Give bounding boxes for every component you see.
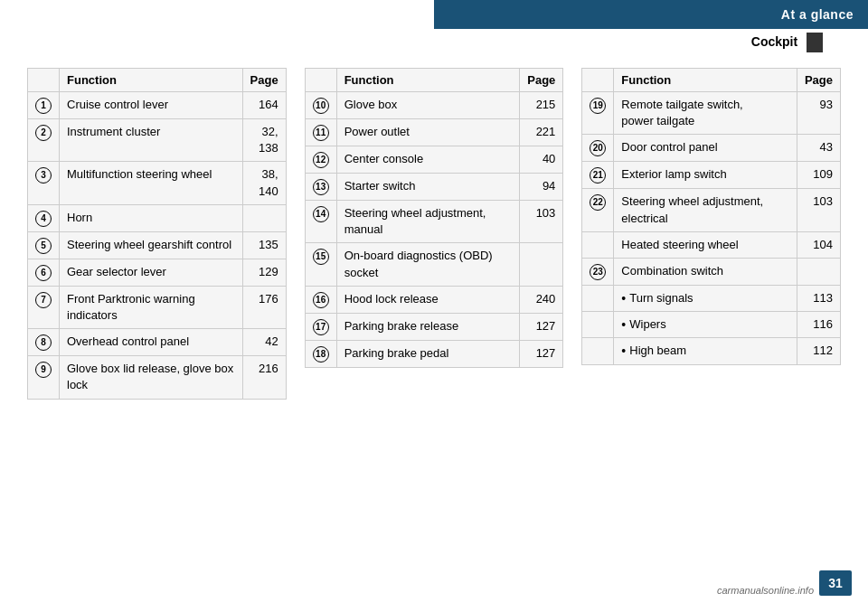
row-function-cell: Parking brake pedal bbox=[336, 340, 520, 367]
row-page-cell: 104 bbox=[797, 231, 840, 258]
row-number-cell: 7 bbox=[28, 286, 60, 328]
row-number-cell: 6 bbox=[28, 259, 60, 286]
table-row: 9Glove box lid release, glove box lock21… bbox=[28, 356, 287, 399]
row-number-cell: 20 bbox=[582, 135, 614, 162]
row-number-cell: 8 bbox=[28, 329, 60, 356]
row-page-cell: 38, 140 bbox=[242, 162, 286, 204]
table2-col-function-header: Function bbox=[336, 69, 520, 92]
row-page-cell: 176 bbox=[242, 286, 286, 328]
row-page-cell: 32, 138 bbox=[242, 119, 286, 162]
table3-col-num-header bbox=[582, 69, 614, 92]
table-row: 1Cruise control lever164 bbox=[28, 92, 287, 119]
table-2: Function Page 10Glove box21511Power outl… bbox=[305, 68, 564, 368]
table2-col-num-header bbox=[305, 69, 336, 92]
table-row: 3Multifunction steering wheel38, 140 bbox=[28, 162, 287, 204]
circle-number: 12 bbox=[313, 152, 329, 168]
row-page-cell: 103 bbox=[797, 189, 840, 231]
row-function-cell: Horn bbox=[60, 204, 243, 231]
table-row: Heated steering wheel104 bbox=[582, 231, 841, 258]
circle-number: 20 bbox=[590, 140, 606, 156]
circle-number: 8 bbox=[35, 334, 52, 351]
row-page-cell: 112 bbox=[797, 338, 840, 364]
bullet-text: Turn signals bbox=[629, 290, 693, 306]
circle-number: 19 bbox=[590, 98, 606, 114]
row-function-cell: Steering wheel gearshift control bbox=[60, 231, 243, 259]
row-number-cell: 23 bbox=[582, 258, 614, 285]
table-1: Function Page 1Cruise control lever1642I… bbox=[27, 68, 287, 400]
row-number-cell: 11 bbox=[305, 119, 336, 146]
row-page-cell: 43 bbox=[797, 135, 840, 162]
circle-number: 14 bbox=[313, 206, 329, 222]
row-number-cell: 21 bbox=[582, 162, 614, 189]
row-function-cell: Starter switch bbox=[336, 174, 520, 201]
row-page-cell: 135 bbox=[242, 231, 286, 259]
row-function-cell: Gear selector lever bbox=[60, 259, 243, 286]
header-title: At a glance bbox=[781, 7, 854, 22]
row-page-cell: 103 bbox=[520, 201, 563, 243]
table-row: 5Steering wheel gearshift control135 bbox=[28, 231, 287, 259]
row-function-cell: Overhead control panel bbox=[60, 329, 243, 356]
table-row: 19Remote tailgate switch, power tailgate… bbox=[582, 92, 841, 135]
row-page-cell: 240 bbox=[520, 286, 563, 313]
table-row: 16Hood lock release240 bbox=[305, 286, 563, 313]
subtitle-text: Cockpit bbox=[751, 34, 797, 49]
subheader: Cockpit bbox=[0, 29, 868, 56]
row-number-cell: 4 bbox=[28, 204, 60, 231]
table1-col-num-header bbox=[28, 69, 60, 92]
row-page-cell: 94 bbox=[520, 174, 563, 201]
row-function-cell: Glove box lid release, glove box lock bbox=[60, 356, 243, 399]
table1-col-function-header: Function bbox=[60, 69, 243, 92]
row-number-cell: 3 bbox=[28, 162, 60, 204]
row-function-cell: Center console bbox=[336, 146, 520, 174]
row-number-cell: 1 bbox=[28, 92, 60, 119]
circle-number: 6 bbox=[35, 265, 52, 281]
circle-number: 2 bbox=[35, 125, 52, 141]
row-function-cell: Glove box bbox=[336, 92, 520, 119]
row-function-cell: Cruise control lever bbox=[60, 92, 243, 119]
row-number-cell bbox=[582, 231, 614, 258]
row-number-cell bbox=[582, 285, 614, 311]
row-function-cell: Instrument cluster bbox=[60, 119, 243, 162]
row-function-cell: Hood lock release bbox=[336, 286, 520, 313]
table-row: 6Gear selector lever129 bbox=[28, 259, 287, 286]
row-function-cell: Door control panel bbox=[614, 135, 797, 162]
row-page-cell: 129 bbox=[242, 259, 286, 286]
table-section-1: Function Page 1Cruise control lever1642I… bbox=[27, 68, 287, 400]
table-row: • Turn signals113 bbox=[582, 285, 841, 311]
row-page-cell bbox=[242, 204, 286, 231]
bullet-text: High beam bbox=[629, 343, 686, 359]
circle-number: 4 bbox=[35, 211, 52, 227]
row-number-cell: 12 bbox=[305, 146, 336, 174]
table-row: 21Exterior lamp switch109 bbox=[582, 162, 841, 189]
table-section-3: Function Page 19Remote tailgate switch, … bbox=[581, 68, 841, 400]
circle-number: 23 bbox=[590, 264, 606, 280]
row-number-cell: 13 bbox=[305, 174, 336, 201]
row-function-cell: • Wipers bbox=[614, 312, 797, 338]
row-number-cell: 22 bbox=[582, 189, 614, 231]
row-function-cell: Multifunction steering wheel bbox=[60, 162, 243, 204]
bullet-point: • bbox=[621, 343, 626, 359]
row-function-cell: Heated steering wheel bbox=[614, 231, 797, 258]
row-page-cell: 113 bbox=[797, 285, 840, 311]
row-page-cell: 109 bbox=[797, 162, 840, 189]
table-row: 23Combination switch bbox=[582, 258, 841, 285]
table-row: 8Overhead control panel42 bbox=[28, 329, 287, 356]
row-function-cell: Front Parktronic warning indicators bbox=[60, 286, 243, 328]
bullet-text: Wipers bbox=[629, 316, 665, 333]
circle-number: 7 bbox=[35, 292, 52, 308]
header-bar: At a glance bbox=[434, 0, 868, 29]
circle-number: 15 bbox=[313, 249, 329, 265]
row-page-cell: 93 bbox=[797, 92, 840, 135]
circle-number: 18 bbox=[313, 346, 329, 362]
row-function-cell: Exterior lamp switch bbox=[614, 162, 797, 189]
table-row: 17Parking brake release127 bbox=[305, 313, 563, 340]
circle-number: 11 bbox=[313, 125, 329, 141]
row-function-cell: Power outlet bbox=[336, 119, 520, 146]
table2-col-page-header: Page bbox=[520, 69, 563, 92]
row-page-cell: 164 bbox=[242, 92, 286, 119]
row-function-cell: Combination switch bbox=[614, 258, 797, 285]
circle-number: 3 bbox=[35, 167, 52, 184]
table-row: 14Steering wheel adjustment, manual103 bbox=[305, 201, 563, 243]
row-number-cell: 17 bbox=[305, 313, 336, 340]
page-number: 31 bbox=[819, 570, 852, 596]
